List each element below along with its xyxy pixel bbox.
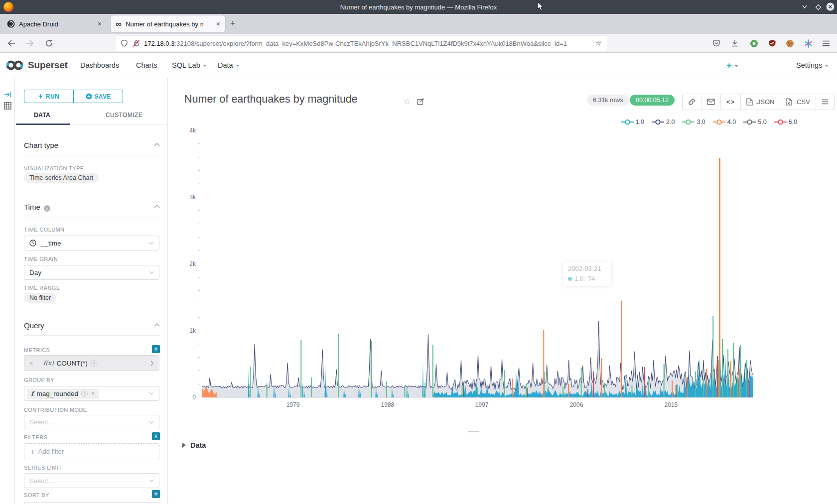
tracking-shield-icon[interactable] (121, 39, 128, 47)
divider (24, 155, 160, 155)
window-maximize-button[interactable] (815, 4, 822, 10)
export-csv-button[interactable]: .CSV (780, 94, 816, 110)
nav-sql-lab[interactable]: SQL Lab (172, 61, 207, 69)
reload-button[interactable] (45, 39, 53, 47)
tab-close-icon[interactable]: × (98, 20, 102, 27)
run-save-group: RUN SAVE (24, 90, 123, 103)
chevron-down-icon (149, 271, 154, 274)
window-titlebar: Numer of earthquakes by magnitude — Mozi… (0, 0, 837, 14)
email-button[interactable] (701, 94, 721, 110)
remove-metric-icon[interactable]: × (24, 360, 38, 367)
group-by-label: GROUP BY (24, 377, 54, 383)
contribution-mode-label: CONTRIBUTION MODE (24, 407, 87, 413)
edit-properties-icon[interactable] (417, 98, 424, 105)
sort-by-label: SORT BY (24, 492, 49, 498)
superset-logo[interactable]: Superset (5, 59, 68, 71)
nav-data[interactable]: Data (218, 61, 240, 69)
svg-text:1k: 1k (189, 327, 196, 334)
plus-circle-icon (86, 93, 92, 100)
url-bar[interactable]: 172.18.0.3:32108/superset/explore/?form_… (116, 36, 607, 51)
svg-text:uO: uO (770, 42, 775, 45)
divider (24, 217, 160, 217)
nav-dashboards[interactable]: Dashboards (80, 61, 119, 69)
mouse-cursor (537, 1, 545, 12)
section-chart-type: Chart type (24, 141, 58, 149)
metrics-label: METRICS (24, 347, 50, 353)
chevron-down-icon (734, 65, 738, 67)
tab-customize[interactable]: CUSTOMIZE (106, 112, 142, 119)
collapse-chevron-icon[interactable] (154, 143, 160, 146)
superset-favicon: ∞ (116, 20, 122, 28)
cookie-icon[interactable] (786, 39, 794, 48)
save-button[interactable]: SAVE (74, 90, 123, 103)
browser-toolbar: 172.18.0.3:32108/superset/explore/?form_… (0, 34, 837, 53)
fx-icon: f (31, 390, 34, 397)
contribution-mode-select[interactable]: Select ... (24, 415, 159, 429)
pocket-icon[interactable] (712, 39, 720, 47)
clock-icon (29, 240, 36, 247)
menu-hamburger-icon[interactable] (822, 40, 830, 46)
dataset-grid-icon[interactable] (4, 102, 11, 110)
tab-data[interactable]: DATA (34, 112, 50, 119)
forward-button[interactable] (26, 39, 34, 47)
run-button[interactable]: RUN (24, 90, 74, 103)
add-metric-button[interactable]: + (152, 345, 160, 353)
settings-menu[interactable]: Settings (796, 61, 829, 69)
section-time: Timei (24, 203, 50, 212)
info-icon[interactable]: i (44, 205, 50, 212)
help-icon[interactable]: ? (81, 390, 88, 397)
panel-resize-handle[interactable] (468, 431, 479, 436)
collapse-chevron-icon[interactable] (154, 323, 160, 327)
favorite-star-icon[interactable]: ☆ (403, 96, 411, 107)
window-minimize-button[interactable] (801, 3, 808, 10)
remove-chip-icon[interactable]: × (91, 390, 95, 397)
new-tab-button[interactable]: + (230, 19, 236, 28)
copy-link-button[interactable] (683, 94, 701, 110)
collapse-chevron-icon[interactable] (154, 205, 160, 208)
timeseries-area-chart[interactable]: 01k2k3k4k19791988199720062015 (174, 125, 837, 416)
expand-panel-icon[interactable] (4, 91, 12, 98)
group-by-chip[interactable]: f mag_rounded ? × (27, 388, 99, 399)
chevron-down-icon (149, 479, 154, 482)
time-range-label: TIME RANGE (24, 285, 60, 291)
query-duration-badge: 00:00:05.12 (630, 95, 675, 106)
window-close-button[interactable] (826, 2, 835, 11)
fx-icon: f(x) (43, 360, 54, 367)
sort-by-select[interactable] (24, 502, 159, 504)
tab-superset-active[interactable]: ∞ Numer of earthquakes by m × (111, 15, 225, 32)
help-icon[interactable]: ? (91, 360, 97, 367)
tab-close-icon[interactable]: × (216, 20, 220, 27)
time-range-pill[interactable]: No filter (24, 293, 56, 303)
add-new-button[interactable]: + (726, 61, 738, 71)
insecure-lock-icon[interactable] (133, 39, 140, 47)
series-limit-select[interactable]: Select ... (24, 473, 159, 488)
bookmark-star-icon[interactable]: ☆ (595, 39, 602, 48)
export-json-button[interactable]: .JSON (741, 94, 780, 110)
tab-apache-druid[interactable]: Apache Druid × (1, 15, 107, 32)
expand-metric-icon[interactable] (145, 361, 159, 366)
time-grain-select[interactable]: Day (24, 265, 159, 280)
viz-type-pill[interactable]: Time-series Area Chart (24, 173, 99, 183)
add-filter-dropzone[interactable]: + Add filter (24, 443, 159, 459)
extension-green-icon[interactable] (750, 39, 758, 48)
back-button[interactable] (7, 39, 15, 47)
embed-code-button[interactable]: <> (721, 94, 741, 110)
svg-text:1979: 1979 (286, 401, 300, 408)
time-column-select[interactable]: __time (24, 236, 159, 251)
data-panel-toggle[interactable]: Data (182, 441, 206, 449)
series-dot-icon (568, 277, 572, 281)
group-by-select[interactable]: f mag_rounded ? × (24, 386, 159, 401)
downloads-icon[interactable] (731, 39, 739, 47)
add-filter-plus-button[interactable]: + (152, 432, 160, 440)
extension-asterisk-icon[interactable] (804, 39, 813, 48)
nav-charts[interactable]: Charts (136, 61, 157, 69)
chart-menu-button[interactable] (816, 94, 834, 110)
lightning-icon (38, 93, 43, 100)
metric-item[interactable]: × f(x)COUNT(*)? (24, 355, 159, 371)
ublock-icon[interactable]: uO (768, 39, 776, 47)
svg-text:1988: 1988 (381, 401, 395, 408)
chart-tooltip: 2002-03-21 1.0: 74 (563, 261, 611, 286)
add-sort-by-button[interactable]: + (152, 490, 160, 498)
divider (24, 335, 160, 336)
chevron-down-icon (149, 421, 154, 424)
